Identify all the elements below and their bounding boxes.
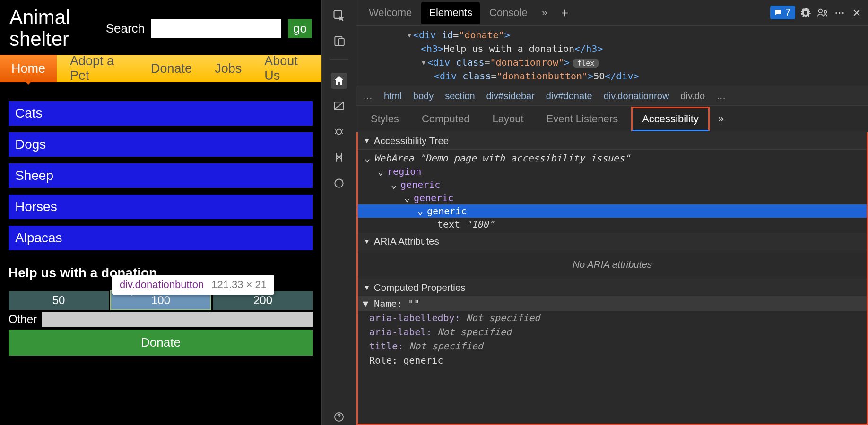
inspect-element-icon[interactable] bbox=[331, 8, 347, 24]
tooltip-dimensions: 121.33 × 21 bbox=[211, 279, 267, 291]
other-amount-input[interactable] bbox=[42, 312, 313, 327]
computed-props: ▼ Name: "" aria-labelledby: Not specifie… bbox=[358, 297, 867, 367]
computed-title: Computed Properties bbox=[374, 282, 466, 293]
prop-aria-label: aria-label: Not specified bbox=[358, 325, 867, 339]
devtools-tab-bar: Welcome Elements Console » ＋ 7 ⋯ bbox=[356, 0, 868, 26]
device-toolbar-icon[interactable] bbox=[331, 33, 347, 49]
devtools: Welcome Elements Console » ＋ 7 ⋯ ▾<div i… bbox=[321, 0, 868, 425]
category-horses[interactable]: Horses bbox=[9, 195, 313, 219]
tabs-add-icon[interactable]: ＋ bbox=[554, 4, 576, 21]
svg-point-4 bbox=[337, 129, 342, 135]
tabs-overflow-icon[interactable]: » bbox=[537, 7, 552, 19]
category-alpacas[interactable]: Alpacas bbox=[9, 226, 313, 250]
tree-generic-2: generic bbox=[414, 192, 453, 204]
aria-attributes-header[interactable]: ▼ARIA Attributes bbox=[358, 233, 867, 250]
elements-subtabs: Styles Computed Layout Event Listeners A… bbox=[356, 106, 868, 132]
tooltip-tag: div bbox=[120, 279, 132, 290]
donate-section: Help us with a donation 50 100 200 Other… bbox=[0, 257, 321, 364]
nav-jobs[interactable]: Jobs bbox=[203, 55, 253, 82]
tooltip-selector: div.donationbutton bbox=[120, 279, 204, 291]
main-nav: Home Adopt a Pet Donate Jobs About Us bbox=[0, 55, 321, 82]
aria-empty-message: No ARIA attributes bbox=[358, 250, 867, 279]
svg-point-7 bbox=[819, 9, 822, 12]
donation-other-row: Other bbox=[9, 312, 313, 327]
subtab-computed[interactable]: Computed bbox=[412, 108, 479, 130]
issues-count: 7 bbox=[785, 7, 790, 18]
svg-point-8 bbox=[824, 10, 827, 13]
inspector-tooltip: div.donationbutton 121.33 × 21 bbox=[112, 275, 274, 295]
subtab-event-listeners[interactable]: Event Listeners bbox=[537, 108, 628, 130]
donation-50[interactable]: 50 bbox=[9, 291, 109, 310]
other-label: Other bbox=[9, 313, 37, 326]
crumb-section[interactable]: section bbox=[445, 91, 475, 102]
a11y-tree-title: Accessibility Tree bbox=[374, 135, 449, 146]
image-tool-icon[interactable] bbox=[331, 98, 347, 114]
breadcrumb: … html body section div#sidebar div#dona… bbox=[356, 86, 868, 106]
page-header: Animal shelter Search go bbox=[0, 0, 321, 55]
devtools-activity-bar bbox=[322, 0, 356, 425]
crumb-donationrow[interactable]: div.donationrow bbox=[604, 91, 669, 102]
tree-text-node: text "100" bbox=[437, 219, 494, 230]
elements-tool-icon[interactable] bbox=[331, 73, 347, 89]
tab-elements[interactable]: Elements bbox=[421, 2, 480, 24]
subtab-styles[interactable]: Styles bbox=[361, 108, 408, 130]
a11y-tree[interactable]: ⌄WebArea "Demo page with accessibility i… bbox=[358, 150, 867, 233]
crumb-overflow[interactable]: div.do bbox=[680, 91, 705, 102]
search-input[interactable] bbox=[151, 19, 281, 38]
performance-tool-icon[interactable] bbox=[331, 175, 347, 191]
crumb-html[interactable]: html bbox=[384, 91, 402, 102]
feedback-icon[interactable] bbox=[816, 6, 829, 19]
category-cats[interactable]: Cats bbox=[9, 101, 313, 126]
nav-donate[interactable]: Donate bbox=[139, 55, 203, 82]
subtab-accessibility[interactable]: Accessibility bbox=[631, 107, 710, 131]
aria-title: ARIA Attributes bbox=[374, 236, 439, 247]
tree-webarea: WebArea "Demo page with accessibility is… bbox=[374, 153, 630, 164]
category-list: Cats Dogs Sheep Horses Alpacas bbox=[0, 82, 321, 250]
crumb-body[interactable]: body bbox=[413, 91, 434, 102]
crumb-ellipsis[interactable]: … bbox=[363, 91, 373, 102]
tab-welcome[interactable]: Welcome bbox=[361, 2, 419, 24]
subtabs-overflow-icon[interactable]: » bbox=[713, 113, 729, 125]
tab-console[interactable]: Console bbox=[482, 2, 535, 24]
prop-title: title: Not specified bbox=[358, 339, 867, 353]
tooltip-class: .donationbutton bbox=[132, 279, 204, 290]
computed-props-header[interactable]: ▼Computed Properties bbox=[358, 279, 867, 297]
search-label: Search bbox=[106, 21, 145, 36]
dom-tree[interactable]: ▾<div id="donate"> <h3>Help us with a do… bbox=[356, 26, 868, 86]
logo-line-1: Animal bbox=[9, 6, 70, 28]
issues-badge[interactable]: 7 bbox=[770, 6, 795, 19]
prop-aria-labelledby: aria-labelledby: Not specified bbox=[358, 311, 867, 325]
subtab-layout[interactable]: Layout bbox=[483, 108, 533, 130]
a11y-tree-header[interactable]: ▼Accessibility Tree bbox=[358, 132, 867, 150]
svg-rect-2 bbox=[339, 39, 344, 46]
site-logo: Animal shelter bbox=[9, 7, 87, 50]
settings-icon[interactable] bbox=[799, 6, 812, 19]
crumb-sidebar[interactable]: div#sidebar bbox=[486, 91, 535, 102]
rendered-webpage: Animal shelter Search go Home Adopt a Pe… bbox=[0, 0, 321, 425]
crumb-donate[interactable]: div#donate bbox=[546, 91, 592, 102]
nav-about[interactable]: About Us bbox=[253, 55, 321, 82]
help-icon[interactable] bbox=[331, 409, 347, 425]
crumb-ellipsis-end[interactable]: … bbox=[716, 91, 726, 102]
category-sheep[interactable]: Sheep bbox=[9, 163, 313, 188]
flex-badge[interactable]: flex bbox=[573, 59, 599, 68]
network-tool-icon[interactable] bbox=[331, 149, 347, 165]
devtools-main: Welcome Elements Console » ＋ 7 ⋯ ▾<div i… bbox=[356, 0, 868, 425]
category-dogs[interactable]: Dogs bbox=[9, 132, 313, 157]
tree-generic-1: generic bbox=[400, 179, 440, 190]
close-icon[interactable] bbox=[850, 6, 863, 19]
prop-name: ▼ Name: "" bbox=[358, 297, 867, 311]
tree-selected-node[interactable]: ⌄generic bbox=[358, 204, 867, 218]
prop-role: Role: generic bbox=[358, 353, 867, 367]
accessibility-panel: ▼Accessibility Tree ⌄WebArea "Demo page … bbox=[356, 132, 868, 425]
search-group: Search go bbox=[106, 19, 312, 38]
nav-home[interactable]: Home bbox=[0, 55, 57, 82]
debug-tool-icon[interactable] bbox=[331, 124, 347, 140]
toolbar-divider bbox=[330, 60, 348, 60]
logo-line-2: shelter bbox=[9, 28, 69, 50]
nav-adopt[interactable]: Adopt a Pet bbox=[59, 55, 139, 82]
search-go-button[interactable]: go bbox=[288, 19, 312, 38]
more-icon[interactable]: ⋯ bbox=[833, 6, 846, 19]
donate-button[interactable]: Donate bbox=[9, 330, 313, 356]
tree-region: region bbox=[387, 166, 421, 177]
